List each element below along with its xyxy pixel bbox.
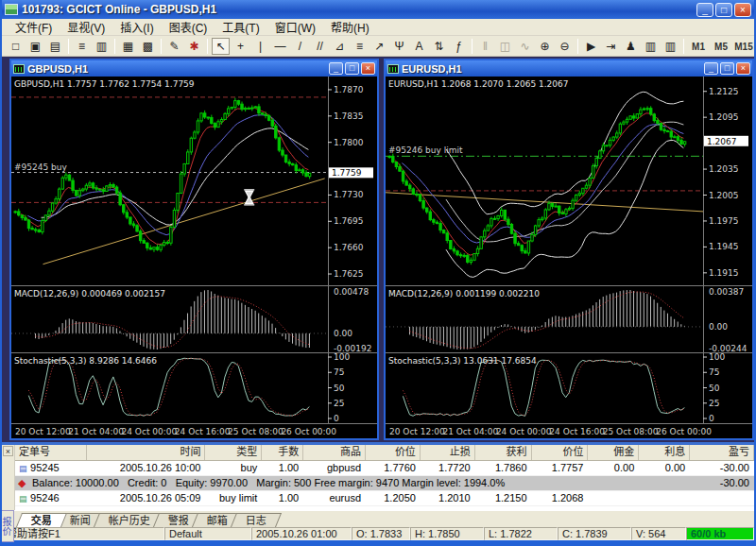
menu-item-5[interactable]: 窗口(W): [267, 18, 323, 36]
menu-item-4[interactable]: 工具(T): [215, 18, 266, 36]
chart-window-gbpusd-titlebar[interactable]: GBPUSD,H1 _ □ ×: [11, 60, 377, 77]
table-cell: 1.2068: [532, 491, 589, 505]
eurusd-chart-canvas[interactable]: #95246 buy limit1.21251.20951.20351.2005…: [386, 77, 752, 438]
chart-window-eurusd: EURUSD,H1 _ □ × #95246 buy limit1.21251.…: [384, 59, 754, 440]
terminal-tab-日志[interactable]: 日志: [231, 513, 282, 527]
chart-window-2-button[interactable]: ▥: [662, 38, 679, 55]
table-cell: 1.7757: [532, 461, 589, 475]
arrow-tool-button[interactable]: ↗: [370, 38, 388, 55]
mdi-workspace: GBPUSD,H1 _ □ × #95245 buy1.78701.78351.…: [2, 57, 754, 442]
svg-text:0.00: 0.00: [334, 329, 352, 338]
svg-text:0.00: 0.00: [709, 322, 728, 332]
status-profile[interactable]: Default: [164, 527, 251, 540]
close-button[interactable]: ×: [734, 3, 751, 17]
chart-minimize-button[interactable]: _: [329, 62, 343, 75]
indicators-button[interactable]: ƒ: [450, 38, 468, 55]
chart-close-button[interactable]: ×: [736, 62, 750, 75]
timeframe-m5-button[interactable]: M5: [711, 38, 731, 55]
zoom-in-button[interactable]: ⊕: [536, 38, 554, 55]
table-cell: [639, 491, 690, 505]
svg-text:50: 50: [709, 384, 720, 393]
toolbar-separator: [161, 39, 162, 54]
table-cell: [588, 491, 639, 505]
svg-text:Stochastic(5,3,3) 8.9286 14.: Stochastic(5,3,3) 8.9286 14.6466: [14, 356, 157, 366]
status-bar: 帮助请按F1 Default 2005.10.26 01:00 O: 1.783…: [2, 527, 754, 540]
zoom-out-button[interactable]: ⊖: [556, 38, 574, 55]
svg-text:#95245 buy: #95245 buy: [14, 162, 67, 172]
chart-shift-button[interactable]: ⇥: [602, 38, 620, 55]
menu-item-1[interactable]: 显视(V): [60, 18, 112, 36]
gbpusd-chart-canvas[interactable]: #95245 buy1.78701.78351.78001.77301.7695…: [11, 77, 377, 438]
status-open: O: 1.7833: [352, 527, 410, 540]
new-order-button[interactable]: ✱: [185, 38, 203, 55]
status-close: C: 1.7839: [558, 527, 631, 540]
balance-summary-text: Balance: 10000.00 Credit: 0 Equity: 9970…: [28, 476, 690, 490]
order-row-95245[interactable]: ▤ 952452005.10.26 10:00buy1.00gbpusd1.77…: [15, 461, 754, 476]
auto-scroll-button[interactable]: ▶: [582, 38, 600, 55]
text-tool-button[interactable]: A: [410, 38, 428, 55]
market-watch-button[interactable]: ▥: [93, 38, 111, 55]
table-cell: ▤ 95245: [15, 461, 87, 475]
svg-text:EURUSD,H1 1.2068 1.2070 1.206: EURUSD,H1 1.2068 1.2070 1.2065 1.2067: [388, 79, 569, 89]
terminal-tab-交易[interactable]: 交易: [16, 513, 67, 527]
crosshair-button[interactable]: +: [232, 38, 249, 55]
strategy-tester-button[interactable]: ♟: [622, 38, 640, 55]
chart-icon: [13, 64, 25, 74]
quotes-side-tab[interactable]: 报价: [2, 510, 14, 542]
chart-window-eurusd-titlebar[interactable]: EURUSD,H1 _ □ ×: [386, 60, 752, 77]
chart-minimize-button[interactable]: _: [704, 62, 718, 75]
svg-text:1.2035: 1.2035: [709, 164, 739, 174]
toolbar-separator: [683, 39, 684, 54]
vertical-line-button[interactable]: |: [251, 38, 269, 55]
menu-item-3[interactable]: 图表(C): [162, 18, 215, 36]
svg-text:24 Oct 16:00: 24 Oct 16:00: [175, 427, 231, 436]
minimize-button[interactable]: _: [696, 3, 713, 17]
table-cell: 1.2010: [421, 491, 475, 505]
table-cell: 价位: [366, 445, 421, 460]
menu-item-6[interactable]: 帮助(H): [323, 18, 377, 36]
fibo-fan-button[interactable]: ⊿: [331, 38, 349, 55]
profiles-button[interactable]: ≡: [73, 38, 91, 55]
svg-text:20 Oct 12:00: 20 Oct 12:00: [15, 427, 71, 436]
order-row-95246[interactable]: ▤ 952462005.10.26 05:09buy limit1.00euru…: [15, 491, 754, 506]
chart-close-button[interactable]: ×: [361, 62, 375, 75]
menu-item-0[interactable]: 文件(F): [8, 18, 60, 36]
chart-window-title: EURUSD,H1: [402, 63, 702, 75]
bar-chart-button: ‖: [476, 38, 494, 55]
svg-text:50: 50: [334, 384, 345, 393]
chart-maximize-button[interactable]: □: [345, 62, 359, 75]
fibo-retracement-button[interactable]: ≡: [351, 38, 369, 55]
horizontal-line-button[interactable]: —: [271, 38, 289, 55]
table-cell: 1.2150: [475, 491, 532, 505]
new-chart-button[interactable]: □: [7, 38, 25, 55]
chart-window-1-button[interactable]: ▥: [642, 38, 660, 55]
chart-properties-button[interactable]: ▩: [139, 38, 157, 55]
menu-item-2[interactable]: 插入(I): [112, 18, 161, 36]
timeframe-m1-button[interactable]: M1: [688, 38, 709, 55]
balance-row[interactable]: ◆Balance: 10000.00 Credit: 0 Equity: 997…: [15, 476, 754, 491]
restore-button[interactable]: □: [715, 3, 732, 17]
trendline-button[interactable]: /: [291, 38, 309, 55]
table-cell: 时间: [87, 445, 206, 460]
table-cell: 1.7720: [421, 461, 475, 475]
svg-text:1.7870: 1.7870: [334, 85, 364, 94]
chart-window-title: GBPUSD,H1: [27, 63, 327, 75]
table-cell: 获利: [475, 445, 532, 460]
timeframe-m15-button[interactable]: M15: [733, 38, 754, 55]
attach-button[interactable]: ✎: [165, 38, 183, 55]
svg-text:0.00387: 0.00387: [709, 287, 744, 297]
pitchfork-button[interactable]: Ψ: [390, 38, 408, 55]
cursor-button[interactable]: ↖: [212, 38, 230, 55]
save-button[interactable]: ▣: [26, 38, 44, 55]
menu-bar: 文件(F)显视(V)插入(I)图表(C)工具(T)窗口(W)帮助(H): [2, 19, 754, 36]
terminal-close-button[interactable]: ×: [3, 446, 13, 456]
svg-text:25 Oct 08:00: 25 Oct 08:00: [228, 427, 284, 436]
equidistant-channel-button[interactable]: //: [311, 38, 329, 55]
order-doc-icon: ▤: [19, 492, 27, 505]
status-low: L: 1.7822: [484, 527, 558, 540]
status-volume: V: 564: [631, 527, 686, 540]
print-button[interactable]: ▤: [46, 38, 64, 55]
terminal-panel-button[interactable]: ▦: [119, 38, 137, 55]
chart-maximize-button[interactable]: □: [720, 62, 734, 75]
arrow-symbols-button[interactable]: ⇅: [430, 38, 448, 55]
